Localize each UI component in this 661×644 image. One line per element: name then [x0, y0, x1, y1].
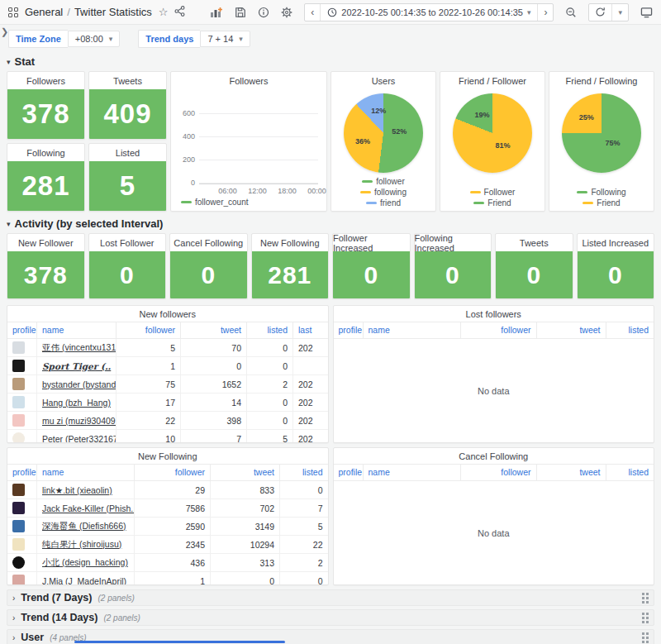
panel-title[interactable]: Followers — [171, 72, 326, 89]
col-header-follower[interactable]: follower — [135, 465, 211, 481]
avatar[interactable] — [12, 341, 25, 354]
profile-link[interactable]: mu zi (muzi930409.. — [42, 416, 117, 426]
row-header-stat[interactable]: ▾ Stat — [7, 55, 654, 68]
row-drag-handle-icon[interactable] — [642, 613, 649, 623]
col-header-profile[interactable]: profile — [7, 465, 37, 481]
avatar[interactable] — [12, 414, 25, 427]
profile-link[interactable]: J.Mia (J_MadeInApril) — [42, 576, 126, 586]
avatar[interactable] — [12, 484, 25, 496]
refresh-icon[interactable] — [589, 4, 611, 21]
avatar[interactable] — [12, 520, 25, 532]
dashboard-title[interactable]: Twitter Statistics — [74, 6, 152, 18]
panel-title[interactable]: Tweets — [89, 72, 166, 89]
col-header-listed[interactable]: listed — [247, 322, 293, 339]
legend-item-follower-count[interactable]: follower_count — [181, 198, 248, 207]
col-header-profile[interactable]: profile — [7, 322, 37, 339]
panel-title[interactable]: New followers — [7, 306, 328, 322]
row-header-activity[interactable]: ▾ Activity (by selected Interval) — [7, 217, 654, 230]
profile-link[interactable]: 小北 (design_hacking) — [42, 557, 128, 569]
col-header-listed[interactable]: listed — [280, 465, 328, 481]
col-header-profile[interactable]: profile — [334, 465, 364, 481]
legend-item[interactable]: friend — [366, 198, 401, 208]
star-icon[interactable]: ☆ — [159, 7, 169, 17]
profile-link[interactable]: Hang (bzh_Hang) — [42, 398, 111, 408]
breadcrumb-folder[interactable]: General — [25, 6, 63, 18]
avatar[interactable] — [12, 360, 25, 372]
col-header-last[interactable]: last — [293, 322, 328, 339]
panel-title[interactable]: Cancel Following — [170, 234, 247, 251]
panel-title[interactable]: Followers — [7, 72, 84, 89]
profile-link[interactable]: Peter (Peter332167.. — [42, 434, 117, 444]
legend-item[interactable]: Following — [577, 188, 625, 197]
col-header-profile[interactable]: profile — [334, 322, 364, 339]
col-header-name[interactable]: name — [37, 465, 135, 481]
col-header-name[interactable]: name — [364, 322, 461, 339]
panel-title[interactable]: Users — [331, 72, 435, 89]
legend-item[interactable]: follower — [362, 177, 404, 186]
panel-title[interactable]: Following — [7, 144, 84, 161]
panel-title[interactable]: Following Increased — [415, 234, 492, 251]
add-panel-icon[interactable] — [210, 7, 223, 18]
avatar[interactable] — [12, 378, 25, 390]
col-header-tweet[interactable]: tweet — [537, 322, 606, 339]
panel-title[interactable]: New Following — [252, 234, 329, 251]
row-drag-handle-icon[interactable] — [642, 632, 649, 643]
tv-mode-icon[interactable] — [640, 7, 653, 18]
col-header-name[interactable]: name — [364, 465, 461, 481]
panel-title[interactable]: Follower Increased — [333, 234, 410, 251]
col-header-follower[interactable]: follower — [461, 322, 537, 339]
panel-title[interactable]: Friend / Following — [549, 72, 654, 89]
share-icon[interactable] — [174, 5, 185, 20]
panel-title[interactable]: Listed Increased — [578, 234, 654, 251]
profile-link[interactable]: 深海罂鱼 (Diefish666) — [42, 521, 126, 532]
dashboards-grid-icon[interactable] — [8, 7, 18, 17]
avatar[interactable] — [12, 538, 25, 551]
panel-title[interactable]: New Follower — [7, 234, 84, 251]
avatar[interactable] — [12, 432, 25, 443]
avatar[interactable] — [12, 575, 25, 585]
col-header-follower[interactable]: follower — [117, 322, 181, 339]
profile-link[interactable]: 纯白果汁 (shiroijusu) — [42, 539, 121, 551]
legend-item[interactable]: Friend — [473, 198, 511, 208]
profile-link[interactable]: 亚伟 (vincentxu1318) — [42, 342, 117, 354]
avatar[interactable] — [12, 396, 25, 408]
panel-title[interactable]: Cancel Following — [334, 448, 654, 465]
col-header-follower[interactable]: follower — [461, 465, 537, 481]
sidebar-expand-icon[interactable]: ❯ — [1, 26, 8, 37]
profile-link[interactable]: link★.bit (xieaolin) — [42, 485, 112, 495]
timezone-variable-select[interactable]: +08:00 ▾ — [68, 31, 120, 47]
legend-item[interactable]: Friend — [583, 198, 620, 208]
row-drag-handle-icon[interactable] — [642, 593, 649, 603]
col-header-tweet[interactable]: tweet — [181, 322, 247, 339]
col-header-name[interactable]: name — [37, 322, 117, 339]
save-dashboard-icon[interactable] — [235, 7, 246, 18]
row-header-trend-7-days[interactable]: › Trend (7 Days) (2 panels) — [7, 589, 654, 606]
time-range-picker[interactable]: 2022-10-25 00:14:35 to 2022-10-26 00:14:… — [320, 4, 538, 21]
panel-title[interactable]: Tweets — [496, 234, 573, 251]
dashboard-settings-gear-icon[interactable] — [281, 7, 292, 18]
col-header-tweet[interactable]: tweet — [537, 465, 606, 481]
zoom-out-time-icon[interactable] — [565, 7, 577, 18]
col-header-listed[interactable]: listed — [606, 322, 654, 339]
col-header-listed[interactable]: listed — [606, 465, 654, 481]
time-shift-forward-icon[interactable]: › — [538, 4, 553, 21]
profile-link[interactable]: bystander (bystand.. — [42, 379, 117, 389]
panel-title[interactable]: Lost followers — [334, 306, 654, 322]
horizontal-scrollbar-thumb[interactable] — [74, 641, 285, 643]
dashboard-insights-icon[interactable] — [258, 7, 269, 18]
time-shift-back-icon[interactable]: ‹ — [305, 4, 320, 21]
panel-title[interactable]: New Following — [7, 448, 328, 465]
col-header-tweet[interactable]: tweet — [211, 465, 280, 481]
panel-title[interactable]: Lost Follower — [89, 234, 166, 251]
panel-title[interactable]: Listed — [89, 144, 166, 161]
legend-item[interactable]: Follower — [470, 188, 516, 197]
trend-days-variable-select[interactable]: 7 + 14 ▾ — [200, 31, 250, 47]
refresh-interval-caret-icon[interactable]: ▾ — [611, 4, 628, 21]
avatar[interactable] — [12, 502, 25, 514]
profile-link[interactable]: Sport Tiger (.. — [42, 361, 111, 371]
row-header-trend-14-days[interactable]: › Trend (14 Days) (2 panels) — [7, 609, 654, 626]
profile-link[interactable]: Jack Fake-Killer (Phish.. — [42, 503, 135, 513]
avatar[interactable] — [12, 556, 25, 569]
panel-title[interactable]: Friend / Follower — [440, 72, 544, 89]
legend-item[interactable]: following — [360, 188, 407, 197]
